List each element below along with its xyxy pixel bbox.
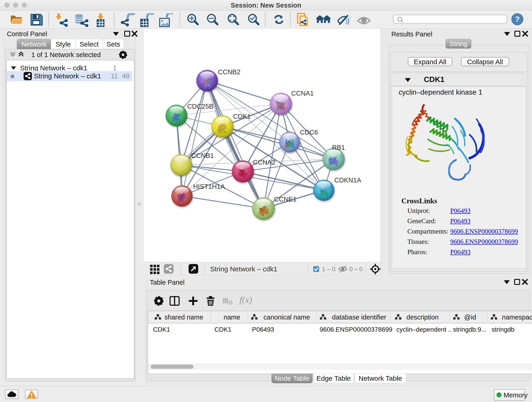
svg-text:CCNA2: CCNA2 bbox=[253, 159, 275, 166]
svg-text:CDC6: CDC6 bbox=[300, 128, 318, 136]
svg-text:CDKN1A: CDKN1A bbox=[334, 177, 361, 184]
svg-text:CCNB1: CCNB1 bbox=[191, 152, 214, 159]
svg-text:CCNE1: CCNE1 bbox=[274, 196, 297, 203]
svg-text:CCNA1: CCNA1 bbox=[291, 89, 314, 97]
svg-text:CDC25B: CDC25B bbox=[187, 103, 213, 110]
svg-text:CCNB2: CCNB2 bbox=[218, 68, 240, 76]
svg-text:CDK1: CDK1 bbox=[233, 113, 251, 120]
svg-text:?: ? bbox=[515, 15, 520, 23]
svg-text:RB1: RB1 bbox=[332, 144, 345, 151]
svg-text:HIST1H1A: HIST1H1A bbox=[193, 183, 225, 190]
